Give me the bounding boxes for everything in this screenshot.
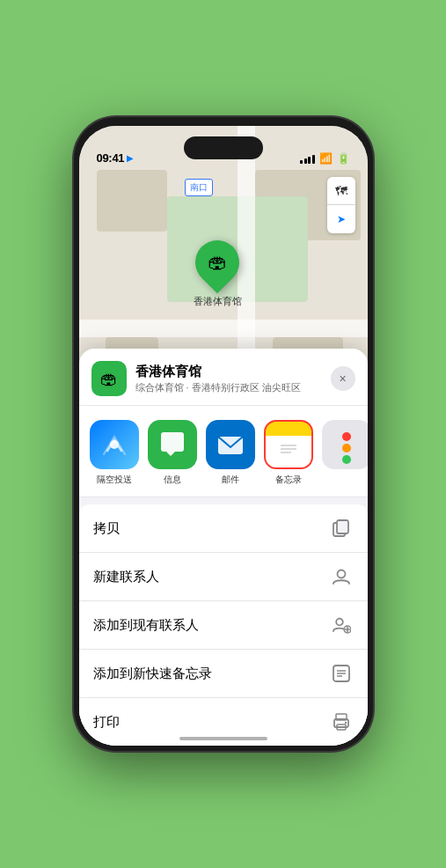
svg-point-8 xyxy=(336,619,343,626)
svg-rect-6 xyxy=(337,520,348,533)
bottom-sheet: 🏟 香港体育馆 综合体育馆 · 香港特别行政区 油尖旺区 × xyxy=(79,349,368,746)
battery-icon: 🔋 xyxy=(337,152,350,165)
status-icons: 📶 🔋 xyxy=(300,152,350,165)
mail-svg xyxy=(216,430,245,460)
notes-svg xyxy=(275,431,302,458)
map-controls: 🗺 ➤ xyxy=(327,177,355,233)
map-label-text: 南口 xyxy=(190,182,208,192)
airdrop-label: 隔空投送 xyxy=(97,474,132,486)
mail-icon xyxy=(206,420,255,469)
close-icon: × xyxy=(339,371,346,386)
bar4 xyxy=(312,155,315,164)
location-indicator: ▶ xyxy=(127,153,134,163)
new-contact-label: 新建联系人 xyxy=(93,569,159,585)
new-contact-icon xyxy=(329,564,354,589)
notes-label: 备忘录 xyxy=(275,474,302,486)
home-indicator xyxy=(179,737,267,740)
location-icon: ➤ xyxy=(337,213,346,225)
dot-green xyxy=(342,455,351,464)
map-pin: 🏟 香港体育馆 xyxy=(194,240,242,308)
signal-bars xyxy=(300,154,315,164)
map-label: 南口 xyxy=(185,179,213,196)
venue-icon-symbol: 🏟 xyxy=(100,369,118,389)
phone-frame: 南口 🗺 ➤ 🏟 香港体育馆 xyxy=(74,117,373,751)
more-dots-icon xyxy=(322,420,368,469)
sheet-header: 🏟 香港体育馆 综合体育馆 · 香港特别行政区 油尖旺区 × xyxy=(79,349,368,406)
phone-screen: 南口 🗺 ➤ 🏟 香港体育馆 xyxy=(79,126,368,746)
action-list: 拷贝 新建联系人 xyxy=(79,504,368,746)
messages-label: 信息 xyxy=(164,474,181,486)
bar1 xyxy=(300,160,303,164)
map-block xyxy=(97,170,167,232)
bar2 xyxy=(304,158,307,164)
quick-note-label: 添加到新快速备忘录 xyxy=(93,666,212,682)
dynamic-island xyxy=(184,136,263,159)
action-add-contact[interactable]: 添加到现有联系人 xyxy=(79,601,368,650)
print-label: 打印 xyxy=(93,714,120,731)
sheet-title-block: 香港体育馆 综合体育馆 · 香港特别行政区 油尖旺区 xyxy=(135,364,331,394)
copy-svg xyxy=(332,519,351,538)
airdrop-icon xyxy=(90,420,139,469)
map-type-button[interactable]: 🗺 xyxy=(327,177,355,205)
add-contact-icon xyxy=(329,613,354,637)
status-time: 09:41 xyxy=(97,151,125,165)
copy-icon xyxy=(329,516,354,541)
map-type-icon: 🗺 xyxy=(335,184,347,198)
messages-svg xyxy=(157,430,187,460)
color-dots xyxy=(342,425,351,464)
mail-label: 邮件 xyxy=(222,474,239,486)
map-road-h xyxy=(79,320,368,337)
svg-point-7 xyxy=(337,570,345,578)
print-svg xyxy=(332,712,351,732)
share-item-notes[interactable]: 备忘录 xyxy=(264,420,313,486)
share-item-airdrop[interactable]: 隔空投送 xyxy=(90,420,139,486)
svg-point-19 xyxy=(344,722,346,724)
sheet-close-button[interactable]: × xyxy=(331,366,355,391)
share-item-mail[interactable]: 邮件 xyxy=(206,420,255,486)
location-button[interactable]: ➤ xyxy=(327,205,355,233)
quick-note-icon xyxy=(329,661,354,686)
add-contact-label: 添加到现有联系人 xyxy=(93,617,199,634)
action-copy[interactable]: 拷贝 xyxy=(79,504,368,553)
new-contact-svg xyxy=(332,567,351,586)
dot-orange xyxy=(342,444,351,452)
map-pin-label: 香港体育馆 xyxy=(194,295,242,308)
sheet-subtitle: 综合体育馆 · 香港特别行政区 油尖旺区 xyxy=(135,381,331,394)
venue-icon: 🏟 xyxy=(91,361,127,396)
dot-red xyxy=(342,432,351,441)
map-pin-circle: 🏟 xyxy=(186,232,249,294)
add-contact-svg xyxy=(332,615,351,635)
print-icon xyxy=(329,710,354,734)
share-item-messages[interactable]: 信息 xyxy=(148,420,197,486)
share-row: 隔空投送 信息 xyxy=(79,406,368,497)
map-pin-icon: 🏟 xyxy=(208,251,227,274)
wifi-icon: 📶 xyxy=(319,152,333,165)
copy-label: 拷贝 xyxy=(93,520,120,537)
action-quick-note[interactable]: 添加到新快速备忘录 xyxy=(79,650,368,698)
messages-icon xyxy=(148,420,197,469)
action-new-contact[interactable]: 新建联系人 xyxy=(79,553,368,601)
airdrop-svg xyxy=(101,431,128,458)
share-item-more[interactable] xyxy=(322,420,368,486)
quick-note-svg xyxy=(332,664,351,683)
bar3 xyxy=(308,157,311,164)
sheet-title: 香港体育馆 xyxy=(135,364,331,380)
notes-icon xyxy=(264,420,313,469)
